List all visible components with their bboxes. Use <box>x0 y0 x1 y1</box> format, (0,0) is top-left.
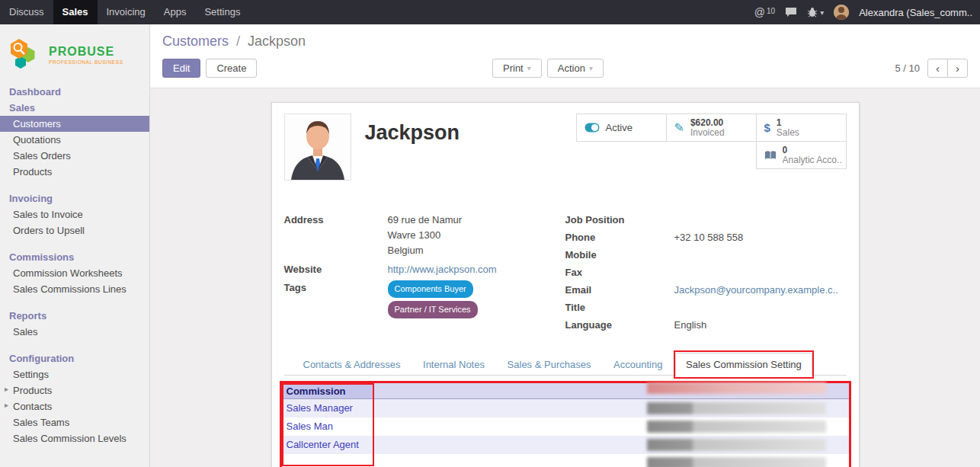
activities-button[interactable]: @ 10 <box>754 6 775 18</box>
tab-accounting[interactable]: Accounting <box>604 353 672 376</box>
address-line: 69 rue de Namur <box>388 213 463 228</box>
menu-invoicing[interactable]: Invoicing <box>98 0 155 24</box>
sidebar-heading-commissions[interactable]: Commissions <box>0 249 149 265</box>
tab-sales-purchases[interactable]: Sales & Purchases <box>498 353 601 376</box>
stat-label: Active <box>606 122 633 133</box>
sidebar-item-orders-to-upsell[interactable]: Orders to Upsell <box>0 222 149 238</box>
sidebar-item-quotations[interactable]: Quotations <box>0 132 149 148</box>
menu-sales[interactable]: Sales <box>53 0 98 24</box>
phone-value: +32 10 588 558 <box>674 230 744 245</box>
sidebar-item-sales-orders[interactable]: Sales Orders <box>0 148 149 164</box>
print-label: Print <box>503 62 524 74</box>
sidebar-item-report-sales[interactable]: Sales <box>0 324 149 340</box>
user-avatar[interactable] <box>834 5 849 20</box>
table-row-empty <box>282 454 849 467</box>
control-panel: Customers / Jackpson Edit Create Print ▾… <box>150 24 980 88</box>
sidebar-item-config-contacts[interactable]: ▸ Contacts <box>0 398 149 414</box>
partner-name: Jackpson <box>365 121 460 145</box>
tag-badge-partner-it-services: Partner / IT Services <box>388 301 478 318</box>
table-row-callcenter-agent[interactable]: Callcenter Agent <box>282 436 849 454</box>
pager-next-button[interactable]: › <box>947 59 968 78</box>
sidebar-item-commission-worksheets[interactable]: Commission Worksheets <box>0 265 149 281</box>
toggle-icon <box>584 123 600 133</box>
redacted-cell <box>647 439 826 451</box>
redacted-cell <box>647 421 826 433</box>
phone-label: Phone <box>565 230 674 245</box>
sidebar-heading-dashboard[interactable]: Dashboard <box>0 84 149 100</box>
table-row-sales-manager[interactable]: Sales Manager <box>282 399 849 417</box>
logo-title: PROBUSE <box>49 46 123 58</box>
logo-icon <box>8 37 44 73</box>
active-stat-button[interactable]: Active <box>576 114 667 142</box>
analytic-accounts-stat-button[interactable]: 0 Analytic Acco... <box>756 141 847 169</box>
topbar-right: @ 10 ▾ Alexandra (Sales_comm.. <box>754 5 980 20</box>
breadcrumb-current: Jackpson <box>248 34 306 49</box>
stat-label: Invoiced <box>690 128 725 138</box>
action-dropdown-button[interactable]: Action ▾ <box>547 59 604 78</box>
sidebar-item-sales-teams[interactable]: Sales Teams <box>0 414 149 430</box>
tags-label: Tags <box>284 280 388 321</box>
sidebar-heading-reports[interactable]: Reports <box>0 308 149 324</box>
address-line: Belgium <box>388 243 463 258</box>
stat-value: $620.00 <box>690 118 725 128</box>
debug-menu-button[interactable]: ▾ <box>807 7 824 18</box>
job-position-label: Job Position <box>565 213 674 227</box>
tab-sales-commission-setting[interactable]: Sales Commission Setting <box>675 353 812 376</box>
sidebar-item-customers[interactable]: Customers <box>0 116 149 132</box>
pager-previous-button[interactable]: ‹ <box>927 59 948 78</box>
caret-down-icon: ▾ <box>527 64 531 72</box>
create-button[interactable]: Create <box>206 59 257 78</box>
chat-icon <box>785 7 797 18</box>
tab-internal-notes[interactable]: Internal Notes <box>413 353 495 376</box>
fax-label: Fax <box>565 265 674 280</box>
form-view: Jackpson Active ✎ $620.00 Invoiced <box>150 88 980 467</box>
sidebar-item-label: Products <box>13 385 52 396</box>
dollar-icon: $ <box>764 121 770 134</box>
caret-down-icon: ▾ <box>589 64 593 72</box>
partner-avatar <box>284 114 351 181</box>
tab-contacts-addresses[interactable]: Contacts & Addresses <box>293 353 411 376</box>
sales-stat-button[interactable]: $ 1 Sales <box>756 114 847 142</box>
menu-discuss[interactable]: Discuss <box>0 0 53 24</box>
sidebar-item-label: Contacts <box>13 401 52 412</box>
sidebar-item-sales-to-invoice[interactable]: Sales to Invoice <box>0 206 149 222</box>
menu-settings[interactable]: Settings <box>195 0 249 24</box>
user-menu[interactable]: Alexandra (Sales_comm.. <box>859 7 972 18</box>
sidebar-item-config-settings[interactable]: Settings <box>0 366 149 382</box>
website-link[interactable]: http://www.jackpson.com <box>388 262 497 277</box>
email-link[interactable]: Jackpson@yourcompany.example.c.. <box>674 283 838 297</box>
commission-table: Commission Level Sales Manager Sales Man… <box>280 381 851 467</box>
print-dropdown-button[interactable]: Print ▾ <box>492 59 542 78</box>
language-label: Language <box>565 318 674 332</box>
sidebar-heading-sales[interactable]: Sales <box>0 100 149 116</box>
mobile-label: Mobile <box>565 248 674 262</box>
sidebar-item-sales-commission-levels[interactable]: Sales Commission Levels <box>0 430 149 446</box>
logo-text: PROBUSE PROFESSIONAL BUSINESS <box>49 46 123 65</box>
website-label: Website <box>284 262 388 277</box>
sidebar-nav: Dashboard Sales Customers Quotations Sal… <box>0 84 149 446</box>
sidebar-heading-configuration[interactable]: Configuration <box>0 350 149 366</box>
commission-level-header: Commission Level <box>282 383 373 398</box>
sidebar-heading-invoicing[interactable]: Invoicing <box>0 190 149 206</box>
address-line: Wavre 1300 <box>388 228 463 243</box>
app-logo[interactable]: PROBUSE PROFESSIONAL BUSINESS <box>0 24 149 84</box>
edit-button[interactable]: Edit <box>162 59 200 78</box>
logo-subtitle: PROFESSIONAL BUSINESS <box>49 59 123 65</box>
top-navbar: Discuss Sales Invoicing Apps Settings @ … <box>0 0 980 24</box>
invoiced-stat-button[interactable]: ✎ $620.00 Invoiced <box>666 114 757 142</box>
table-row-sales-man[interactable]: Sales Man <box>282 417 849 436</box>
language-value: English <box>674 318 707 332</box>
main-area: Customers / Jackpson Edit Create Print ▾… <box>150 24 980 467</box>
email-label: Email <box>565 283 674 297</box>
pager-counter: 5 / 10 <box>895 62 920 74</box>
stat-label: Analytic Acco... <box>783 155 841 165</box>
breadcrumb-customers[interactable]: Customers <box>162 34 229 49</box>
sidebar-item-config-products[interactable]: ▸ Products <box>0 382 149 398</box>
messages-button[interactable] <box>785 7 797 18</box>
menu-apps[interactable]: Apps <box>155 0 196 24</box>
partner-avatar-image <box>285 114 351 180</box>
sidebar-item-products[interactable]: Products <box>0 164 149 180</box>
table-header-row: Commission Level <box>282 383 849 399</box>
mention-icon: @ <box>754 6 765 18</box>
sidebar-item-sales-commissions-lines[interactable]: Sales Commissions Lines <box>0 281 149 297</box>
